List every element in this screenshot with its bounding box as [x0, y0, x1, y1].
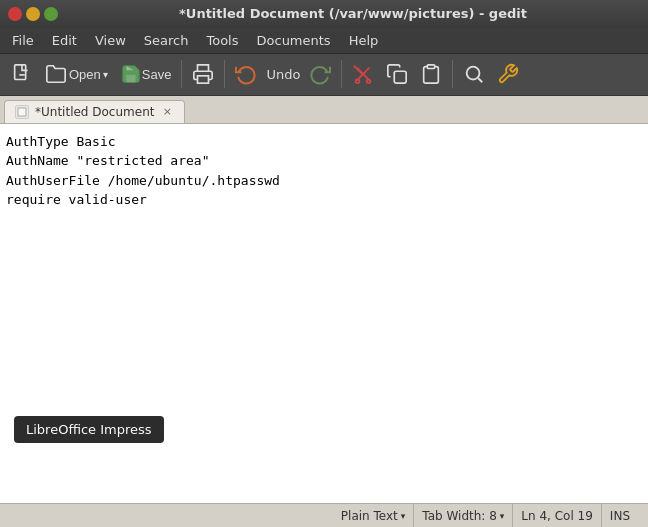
- text-editor[interactable]: AuthType Basic AuthName "restricted area…: [0, 124, 648, 218]
- tab-width-status[interactable]: Tab Width: 8 ▾: [414, 504, 513, 527]
- tab-close-button[interactable]: ×: [160, 105, 174, 119]
- toolbar-separator-4: [452, 60, 453, 88]
- plain-text-status[interactable]: Plain Text ▾: [333, 504, 414, 527]
- window-controls: [8, 7, 58, 21]
- svg-rect-12: [18, 108, 26, 116]
- ins-label: INS: [610, 509, 630, 523]
- redo-button[interactable]: [304, 60, 336, 88]
- tab-title: *Untitled Document: [35, 105, 154, 119]
- undo-button[interactable]: [230, 60, 262, 88]
- paste-button[interactable]: [415, 60, 447, 88]
- toolbar: Open ▾ Save: [0, 54, 648, 96]
- menu-view[interactable]: View: [87, 31, 134, 50]
- svg-rect-8: [395, 72, 407, 84]
- copy-button[interactable]: [381, 60, 413, 88]
- find-button[interactable]: [458, 60, 490, 88]
- save-button[interactable]: Save: [115, 60, 177, 88]
- main-window: *Untitled Document (/var/www/pictures) -…: [0, 0, 648, 527]
- menu-search[interactable]: Search: [136, 31, 197, 50]
- tabbar: *Untitled Document ×: [0, 96, 648, 124]
- menubar: File Edit View Search Tools Documents He…: [0, 28, 648, 54]
- svg-rect-2: [198, 76, 209, 83]
- tab-width-arrow: ▾: [500, 511, 505, 521]
- editor-wrapper: AuthType Basic AuthName "restricted area…: [0, 124, 648, 503]
- toolbar-separator-1: [181, 60, 182, 88]
- plain-text-label: Plain Text: [341, 509, 398, 523]
- document-tab[interactable]: *Untitled Document ×: [4, 100, 185, 123]
- menu-help[interactable]: Help: [341, 31, 387, 50]
- svg-line-11: [479, 79, 483, 83]
- open-button[interactable]: Open ▾: [40, 60, 113, 88]
- position-label: Ln 4, Col 19: [521, 509, 593, 523]
- ins-status: INS: [602, 504, 638, 527]
- minimize-button[interactable]: [26, 7, 40, 21]
- close-button[interactable]: [8, 7, 22, 21]
- menu-file[interactable]: File: [4, 31, 42, 50]
- svg-point-10: [467, 67, 480, 80]
- tab-width-dropdown[interactable]: Tab Width: 8 ▾: [422, 509, 504, 523]
- toolbar-separator-3: [341, 60, 342, 88]
- new-button[interactable]: [6, 60, 38, 88]
- open-label: Open: [69, 67, 101, 82]
- editor-content: AuthType Basic AuthName "restricted area…: [6, 132, 642, 210]
- cut-button[interactable]: [347, 60, 379, 88]
- tools-button[interactable]: [492, 60, 524, 88]
- print-button[interactable]: [187, 60, 219, 88]
- toolbar-separator-2: [224, 60, 225, 88]
- tab-icon: [15, 105, 29, 119]
- titlebar: *Untitled Document (/var/www/pictures) -…: [0, 0, 648, 28]
- menu-edit[interactable]: Edit: [44, 31, 85, 50]
- tab-width-label: Tab Width: 8: [422, 509, 496, 523]
- undo-label: Undo: [264, 67, 302, 82]
- statusbar: Plain Text ▾ Tab Width: 8 ▾ Ln 4, Col 19…: [0, 503, 648, 527]
- menu-documents[interactable]: Documents: [249, 31, 339, 50]
- plain-text-dropdown[interactable]: Plain Text ▾: [341, 509, 405, 523]
- position-status: Ln 4, Col 19: [513, 504, 602, 527]
- plain-text-arrow: ▾: [401, 511, 406, 521]
- libreoffice-tooltip: LibreOffice Impress: [14, 416, 164, 443]
- save-label: Save: [142, 67, 172, 82]
- svg-rect-9: [428, 65, 435, 69]
- open-dropdown-arrow[interactable]: ▾: [103, 69, 108, 80]
- window-title: *Untitled Document (/var/www/pictures) -…: [66, 6, 640, 21]
- maximize-button[interactable]: [44, 7, 58, 21]
- svg-rect-0: [15, 65, 26, 80]
- svg-line-7: [354, 66, 363, 75]
- menu-tools[interactable]: Tools: [198, 31, 246, 50]
